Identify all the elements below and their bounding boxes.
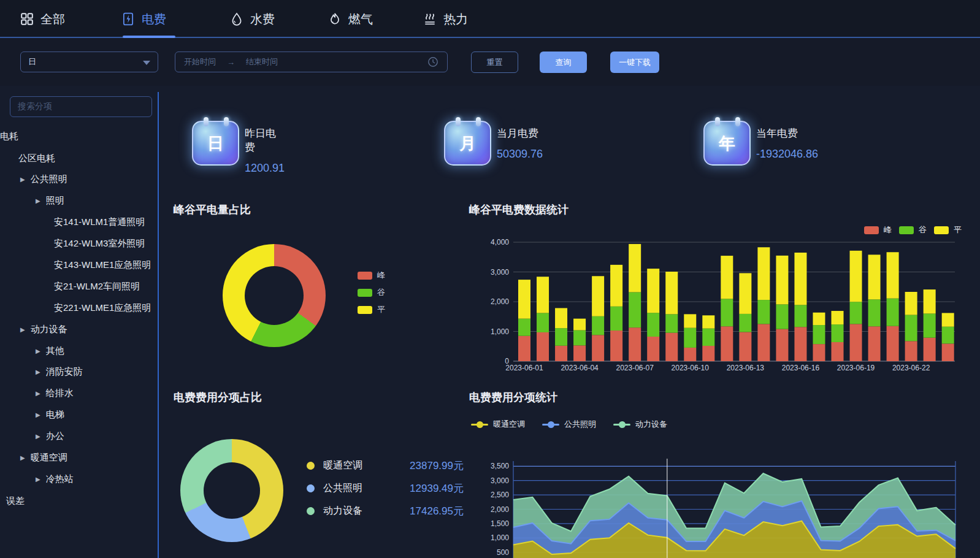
tree-item-label: 照明 (46, 195, 64, 207)
stat-label: 当年电费 (756, 126, 818, 140)
tree-item[interactable]: 误差 (6, 494, 25, 508)
tree-item-label: 公区电耗 (18, 153, 55, 164)
svg-text:2,000: 2,000 (491, 297, 509, 306)
stat-value: 50309.76 (497, 148, 543, 161)
caret-right-icon[interactable]: ▶ (20, 176, 25, 183)
search-input[interactable]: 搜索分项 (10, 96, 152, 117)
download-button-label: 一键下载 (619, 57, 651, 68)
tab-label: 水费 (250, 11, 275, 28)
download-button[interactable]: 一键下载 (610, 52, 659, 73)
calendar-char: 日 (207, 132, 224, 155)
caret-right-icon[interactable]: ▶ (36, 197, 40, 204)
legend-label: 公共照明 (323, 482, 362, 495)
bar-chart-title: 峰谷平电费数据统计 (469, 202, 568, 217)
caret-right-icon[interactable]: ▶ (36, 390, 40, 397)
caret-right-icon[interactable]: ▶ (20, 326, 25, 333)
tree-item[interactable]: ▶其他 (36, 343, 64, 358)
caret-right-icon[interactable]: ▶ (36, 411, 40, 418)
caret-right-icon[interactable]: ▶ (36, 348, 40, 354)
tree-item[interactable]: 安142-WLM3室外照明 (54, 236, 145, 251)
caret-right-icon[interactable]: ▶ (36, 433, 40, 440)
legend-value: 17426.95元 (410, 504, 464, 518)
legend-value: 23879.99元 (410, 459, 464, 473)
calendar-ring (224, 117, 229, 126)
legend-value: 12939.49元 (410, 481, 464, 495)
tree-item[interactable]: ▶办公 (36, 429, 64, 443)
legend-label: 公共照明 (564, 419, 596, 430)
calendar-char: 年 (719, 132, 735, 155)
tree-item[interactable]: ▶电梯 (36, 407, 64, 422)
calendar-ring (476, 117, 481, 126)
calendar-char: 月 (459, 132, 476, 155)
top-nav: 全部 电费 水费 燃气 热力 (0, 0, 980, 38)
legend-label: 动力设备 (635, 419, 667, 430)
svg-text:3,500: 3,500 (491, 462, 509, 470)
tab-heat[interactable]: 热力 (423, 9, 468, 29)
tree-item[interactable]: ▶冷热站 (36, 472, 74, 486)
legend-item-flat[interactable]: 平 (358, 304, 385, 315)
tree-item[interactable]: 安221-WLME1应急照明 (54, 300, 151, 315)
tree-item-label: 其他 (46, 345, 64, 357)
legend-label: 动力设备 (323, 505, 362, 518)
legend-label: 谷 (377, 287, 385, 298)
tree-item[interactable]: 安21-WLM2车间照明 (54, 279, 140, 294)
stat-label: 当月电费 (497, 126, 543, 140)
calendar-year-icon: 年 (703, 121, 751, 166)
legend-swatch (358, 289, 372, 297)
legend-item-hvac[interactable]: 暖通空调 23879.99元 (307, 459, 464, 473)
tree-item[interactable]: ▶动力设备 (20, 322, 67, 337)
tree-item-label: 电耗 (0, 131, 18, 142)
bar-chart-canvas: 4,0003,0002,0001,00002023-06-012023-06-0… (466, 218, 980, 374)
tree-item[interactable]: ▶暖通空调 (20, 450, 67, 465)
date-range-input[interactable]: 开始时间 → 结束时间 (175, 52, 448, 72)
flame-icon (328, 12, 342, 26)
donut-cost-title: 电费费用分项占比 (174, 390, 262, 405)
donut-hole (204, 462, 260, 519)
legend-item-lighting[interactable]: 公共照明 (542, 419, 596, 430)
legend-line-marker (542, 421, 559, 429)
legend-line-marker (471, 421, 488, 429)
legend-item-power[interactable]: 动力设备 (613, 419, 667, 430)
legend-dot (307, 507, 315, 515)
tree-item-label: 给排水 (46, 388, 74, 399)
tab-water[interactable]: 水费 (230, 9, 275, 29)
legend-item-valley[interactable]: 谷 (358, 287, 385, 298)
legend-item-power[interactable]: 动力设备 17426.95元 (307, 504, 464, 518)
svg-text:3,000: 3,000 (491, 268, 509, 277)
tab-electricity[interactable]: 电费 (121, 9, 166, 29)
tree-item[interactable]: ▶给排水 (36, 386, 74, 400)
tree-item[interactable]: ▶公共照明 (20, 172, 67, 186)
date-range-arrow: → (227, 58, 235, 67)
grid-icon (20, 12, 34, 26)
legend-item-lighting[interactable]: 公共照明 12939.49元 (307, 481, 464, 495)
caret-right-icon[interactable]: ▶ (36, 369, 40, 375)
clock-icon (427, 56, 438, 67)
tree-item[interactable]: 电耗 (0, 129, 18, 143)
svg-text:2023-06-22: 2023-06-22 (892, 364, 930, 372)
svg-text:2023-06-04: 2023-06-04 (561, 364, 599, 372)
tree-item[interactable]: 公区电耗 (18, 151, 55, 166)
area-chart-canvas: 3,5003,0002,5002,0001,5001,000500 (466, 454, 980, 558)
tree-item[interactable]: ▶消防安防 (36, 364, 83, 379)
caret-right-icon[interactable]: ▶ (36, 476, 40, 483)
svg-text:2023-06-19: 2023-06-19 (837, 364, 875, 372)
reset-button[interactable]: 重置 (471, 52, 518, 73)
calendar-ring (715, 117, 720, 126)
sidebar-divider (158, 92, 159, 558)
tab-gas[interactable]: 燃气 (328, 9, 373, 29)
chevron-down-icon (143, 61, 150, 65)
area-chart-title: 电费费用分项统计 (469, 390, 557, 405)
svg-text:1,000: 1,000 (491, 327, 509, 336)
calendar-ring (456, 117, 461, 126)
tab-all[interactable]: 全部 (20, 9, 65, 29)
legend-item-hvac[interactable]: 暖通空调 (471, 419, 525, 430)
tree-item[interactable]: 安143-WLME1应急照明 (54, 258, 151, 272)
tree-item[interactable]: 安141-WLM1普通照明 (54, 215, 145, 229)
svg-text:1,000: 1,000 (491, 533, 509, 542)
period-select[interactable]: 日 (20, 52, 158, 72)
legend-item-peak[interactable]: 峰 (358, 270, 385, 281)
query-button[interactable]: 查询 (540, 52, 587, 73)
tree-item[interactable]: ▶照明 (36, 193, 64, 208)
caret-right-icon[interactable]: ▶ (20, 454, 25, 461)
tab-label: 电费 (142, 11, 166, 28)
